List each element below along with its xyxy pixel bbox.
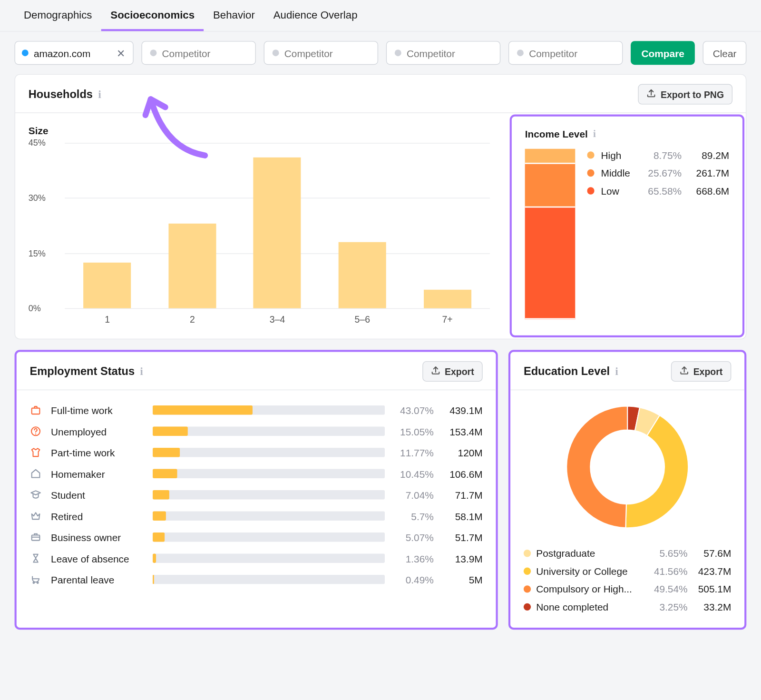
income-pct: 8.75% [641,149,682,161]
education-label: University or College [536,565,644,577]
employment-pct: 5.7% [394,510,433,522]
employment-pct: 1.36% [394,552,433,564]
export-label: Export [693,366,723,376]
bar [339,242,386,308]
employment-pct: 5.07% [394,532,433,543]
competitor-field[interactable] [407,47,492,59]
legend-dot-icon [524,550,531,557]
tabs-bar: Demographics Socioeconomics Behavior Aud… [0,0,761,32]
tab-behavior[interactable]: Behavior [204,0,264,31]
bar [254,158,301,308]
legend-dot-icon [587,187,594,194]
households-title: Households i [29,88,101,101]
employment-bar [153,448,385,457]
domain-chip[interactable]: amazon.com ✕ [15,41,134,65]
employment-row: Business owner5.07%51.7M [30,526,483,547]
education-donut-chart [561,401,693,533]
employment-row: Retired5.7%58.1M [30,505,483,526]
x-tick-label: 3–4 [270,314,285,325]
income-abs: 89.2M [688,149,729,161]
employment-abs: 58.1M [443,510,482,522]
income-legend-row: Middle25.67%261.7M [587,164,729,182]
competitor-input-4[interactable] [508,41,623,65]
employment-bar [153,405,385,414]
employment-bar [153,553,385,562]
close-icon[interactable]: ✕ [115,47,127,59]
employment-label: Business owner [51,532,144,543]
competitor-input-1[interactable] [141,41,256,65]
legend-dot-icon [524,568,531,575]
employment-abs: 71.7M [443,489,482,501]
competitor-field[interactable] [162,47,247,59]
competitor-field[interactable] [284,47,370,59]
domain-text: amazon.com [34,47,110,59]
clear-button[interactable]: Clear [703,41,747,65]
education-pct: 5.65% [649,548,688,559]
legend-dot-icon [524,603,531,611]
info-icon[interactable]: i [593,128,596,140]
legend-dot-icon [524,585,531,592]
employment-row: Part-time work11.77%120M [30,442,483,463]
bar [84,262,131,308]
shirt-icon [30,446,42,458]
employment-label: Unemployed [51,425,144,437]
employment-label: Student [51,489,144,501]
info-icon[interactable]: i [98,88,101,101]
compare-button[interactable]: Compare [631,41,695,65]
competitor-field[interactable] [529,47,614,59]
education-abs: 423.7M [693,565,732,577]
svg-rect-0 [32,408,40,414]
stroller-icon [30,573,42,585]
y-tick-label: 30% [29,193,46,203]
legend-dot-icon [587,169,594,177]
info-icon[interactable]: i [615,365,618,378]
employment-row: Leave of absence1.36%13.9M [30,548,483,569]
x-tick-label: 5–6 [355,314,370,325]
income-label: Middle [601,168,634,179]
employment-pct: 43.07% [394,404,433,416]
employment-abs: 106.6M [443,468,482,479]
income-label: High [601,149,634,161]
employment-pct: 10.45% [394,468,433,479]
title-text: Households [29,88,93,101]
employment-row: Homemaker10.45%106.6M [30,463,483,484]
education-label: Compulsory or High... [536,583,644,595]
income-legend-row: Low65.58%668.6M [587,182,729,200]
employment-title: Employment Status i [30,365,143,378]
grad-icon [30,489,42,501]
tab-socioeconomics[interactable]: Socioeconomics [101,0,204,31]
tab-audience-overlap[interactable]: Audience Overlap [264,0,367,31]
dot-icon [517,49,524,56]
education-label: Postgraduate [536,548,644,559]
x-tick-label: 1 [105,314,110,325]
employment-bar [153,575,385,584]
employment-label: Leave of absence [51,552,144,564]
export-png-button[interactable]: Export to PNG [638,84,732,105]
income-segment [525,164,576,207]
employment-abs: 153.4M [443,425,482,437]
competitor-input-3[interactable] [386,41,501,65]
education-pct: 3.25% [649,601,688,613]
employment-pct: 11.77% [394,447,433,458]
household-size-chart: Size 0%15%30%45%123–45–67+ [15,113,510,339]
competitor-input-2[interactable] [264,41,379,65]
donut-segment [625,415,688,528]
education-label: None completed [536,601,644,613]
education-body: Postgraduate5.65%57.6MUniversity or Coll… [510,390,744,628]
education-abs: 505.1M [693,583,732,595]
svg-rect-2 [32,535,40,541]
tab-demographics[interactable]: Demographics [15,0,101,31]
hourglass-icon [30,552,42,564]
employment-abs: 120M [443,447,482,458]
title-text: Education Level [524,365,610,378]
employment-label: Retired [51,510,144,522]
export-button[interactable]: Export [671,361,731,382]
income-level-card: Income Level i High8.75%89.2MMiddle25.67… [510,114,744,337]
education-legend-row: Compulsory or High...49.54%505.1M [524,580,731,598]
education-pct: 41.56% [649,565,688,577]
employment-bar [153,532,385,542]
export-button[interactable]: Export [422,361,483,382]
employment-row: Full-time work43.07%439.1M [30,400,483,421]
info-icon[interactable]: i [140,365,143,378]
income-label: Low [601,185,634,197]
